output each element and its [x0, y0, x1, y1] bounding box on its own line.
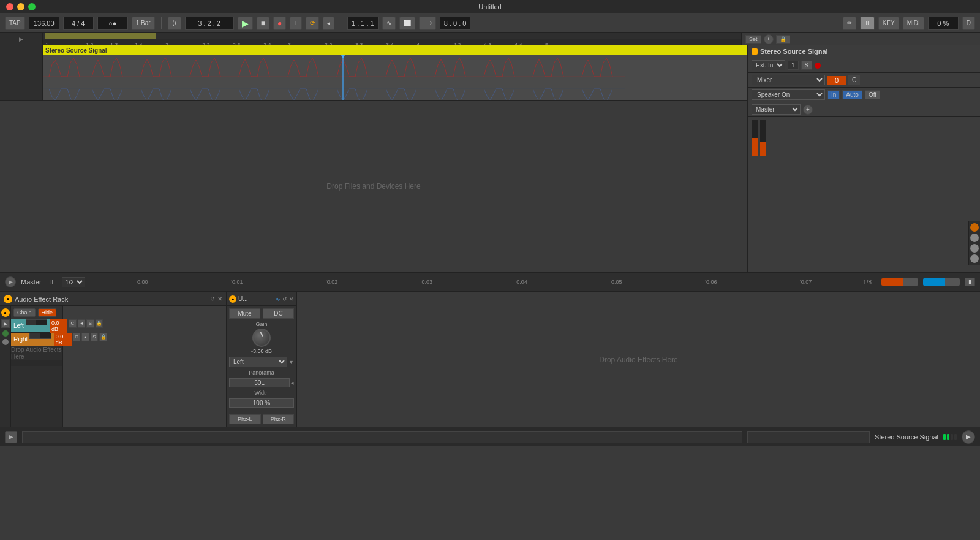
- plugin-refresh-icon[interactable]: ↺: [282, 296, 287, 302]
- rp-master-row: Master +: [748, 102, 980, 117]
- arrangement-drop-zone[interactable]: Drop Files and Devices Here: [0, 101, 747, 272]
- rack-refresh-icon[interactable]: ↺: [210, 295, 215, 302]
- wave-btn[interactable]: ∿: [382, 17, 396, 30]
- plugin-mute-row: Mute DC: [229, 308, 294, 319]
- ext-in-select[interactable]: Ext. In: [752, 60, 785, 70]
- chain-s-btn-right[interactable]: S: [91, 333, 99, 341]
- side-r-btn[interactable]: [970, 234, 979, 242]
- plugin-wave-icon[interactable]: ∿: [276, 296, 281, 302]
- loop-start-display[interactable]: 1 . 1 . 1: [347, 17, 379, 30]
- app-title: Untitled: [478, 3, 501, 10]
- loop-bracket-small: ▶: [19, 36, 23, 42]
- gain-knob[interactable]: [252, 329, 271, 347]
- phz-l-button[interactable]: Phz-L: [229, 414, 261, 424]
- play-button[interactable]: ▶: [238, 17, 253, 30]
- set-btn[interactable]: Set: [745, 35, 761, 44]
- side-expand-btn[interactable]: [970, 254, 979, 263]
- minimize-button[interactable]: [17, 3, 24, 10]
- chain-right-arrow[interactable]: ◂: [81, 333, 89, 341]
- rack-header: ● Audio Effect Rack ↺ ✕: [0, 292, 226, 306]
- mini-quantize-select[interactable]: 1/2: [62, 277, 85, 287]
- hide-button[interactable]: Hide: [38, 308, 57, 317]
- chain-resize-handle[interactable]: ⋮: [11, 360, 62, 366]
- master-select[interactable]: Master: [752, 104, 801, 115]
- status-arrow-btn[interactable]: ▶: [962, 430, 975, 444]
- record-button[interactable]: ●: [273, 17, 286, 30]
- plugin-header: ● U... ∿ ↺ ✕: [227, 292, 296, 306]
- quantize-btn[interactable]: 1 Bar: [132, 17, 155, 30]
- pause-button[interactable]: ⏸: [860, 17, 875, 30]
- side-io-btn[interactable]: [970, 223, 979, 232]
- maximize-button[interactable]: [28, 3, 36, 10]
- window-controls[interactable]: [6, 3, 36, 10]
- in-button[interactable]: In: [827, 90, 840, 99]
- right-device-drop[interactable]: Drop Audio Effects Here: [297, 292, 980, 427]
- c-button[interactable]: C: [848, 75, 860, 85]
- chain-lock-left[interactable]: 🔒: [96, 319, 104, 328]
- chain-left-arrow[interactable]: ◂: [78, 319, 86, 328]
- rack-play-btn[interactable]: ▶: [1, 319, 10, 328]
- divider-2: [341, 17, 341, 29]
- chain-drop-zone[interactable]: Drop Audio Effects Here: [11, 346, 62, 360]
- dc-button[interactable]: DC: [263, 308, 294, 319]
- auto-button[interactable]: Auto: [842, 90, 862, 99]
- key-button[interactable]: KEY: [878, 17, 899, 30]
- panorama-label: Panorama: [249, 370, 274, 376]
- chain-item-left[interactable]: Left 0.0 dB C ◂ S 🔒: [11, 319, 62, 333]
- freeze-btn[interactable]: ⏸: [965, 278, 975, 286]
- rp-add-button[interactable]: +: [803, 105, 813, 115]
- chain-button[interactable]: Chain: [13, 308, 36, 317]
- position-display[interactable]: 3 . 2 . 2: [185, 17, 234, 30]
- waveform-container: [43, 55, 747, 100]
- rack-sidebar: ● ▶: [0, 306, 11, 427]
- status-secondary-bar: [747, 431, 870, 443]
- chain-c-btn-left[interactable]: C: [69, 319, 77, 328]
- phz-r-button[interactable]: Phz-R: [263, 414, 295, 424]
- s-button[interactable]: S: [801, 61, 813, 70]
- mixer-select[interactable]: Mixer: [752, 75, 825, 85]
- chain-level-bar-right[interactable]: [29, 333, 51, 339]
- midi-button[interactable]: MIDI: [903, 17, 924, 30]
- side-m-btn[interactable]: [970, 244, 979, 253]
- chain-s-btn-left[interactable]: S: [86, 319, 94, 328]
- chain-c-btn-right[interactable]: C: [73, 333, 81, 341]
- stop-button[interactable]: ■: [257, 17, 270, 30]
- track-lane-1[interactable]: Stereo Source Signal: [43, 45, 747, 100]
- add-button[interactable]: +: [290, 17, 302, 30]
- gain-label: Gain: [255, 321, 267, 327]
- chain-item-right[interactable]: Right 0.0 dB C ◂ S 🔒: [11, 333, 62, 346]
- rack-close-icon[interactable]: ✕: [217, 295, 222, 302]
- tap-button[interactable]: TAP: [5, 17, 25, 30]
- arrow-back-btn[interactable]: ◂: [323, 17, 334, 30]
- d-button[interactable]: D: [962, 17, 975, 30]
- master-pan-bar[interactable]: [923, 278, 960, 286]
- pencil-button[interactable]: ✏: [843, 17, 856, 30]
- status-play-btn[interactable]: ▶: [5, 431, 17, 443]
- off-button[interactable]: Off: [865, 90, 880, 99]
- mute-button[interactable]: Mute: [229, 308, 260, 319]
- close-button[interactable]: [6, 3, 13, 10]
- time-sig-display[interactable]: 4 / 4: [63, 17, 94, 30]
- arrangement-wrapper: ▶ 1 1.2 1.3 1.4 2 2.2 2.3 2.4 3 3.2 3.3 …: [0, 33, 980, 272]
- back-button[interactable]: ⟨⟨: [168, 17, 181, 30]
- track-header-1: [0, 45, 43, 100]
- plugin-close-icon[interactable]: ✕: [289, 296, 294, 302]
- rp-meter-area: [748, 117, 980, 159]
- add-scene-btn[interactable]: +: [764, 34, 774, 44]
- channel-select[interactable]: Left: [229, 357, 287, 367]
- loop-button[interactable]: ⟳: [306, 17, 319, 30]
- panorama-dec-icon[interactable]: ◂: [291, 380, 294, 386]
- metro-display[interactable]: ○●: [97, 17, 128, 30]
- bpm-display[interactable]: 136.00: [29, 17, 59, 30]
- rack-power-icon[interactable]: ●: [1, 308, 10, 317]
- loop-end-display[interactable]: 8 . 0 . 0: [440, 17, 471, 30]
- rect-btn[interactable]: ⬜: [399, 17, 415, 30]
- chain-item-right-controls: 0.0 dB C ◂ S 🔒: [29, 333, 107, 346]
- master-vol-bar[interactable]: [881, 278, 918, 286]
- mini-play-btn[interactable]: ▶: [5, 276, 16, 287]
- chain-lock-right[interactable]: 🔒: [99, 333, 107, 341]
- lock-btn[interactable]: 🔒: [776, 35, 790, 44]
- speaker-select[interactable]: Speaker On: [752, 89, 825, 100]
- arrow-btn[interactable]: ⟶: [419, 17, 436, 30]
- chain-level-bar-left[interactable]: [26, 319, 47, 325]
